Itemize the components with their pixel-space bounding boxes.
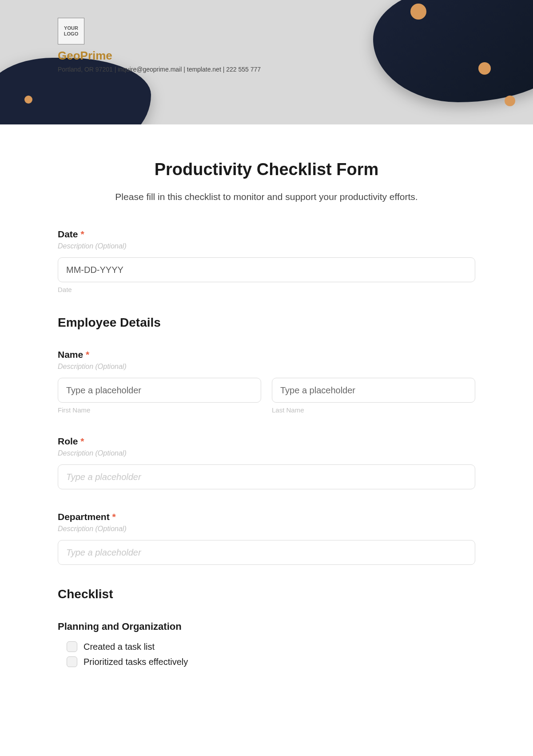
last-name-input[interactable] xyxy=(272,378,475,403)
field-sublabel: First Name xyxy=(58,406,261,414)
label-text: Name xyxy=(58,349,83,360)
field-role: Role * Description (Optional) xyxy=(58,436,475,489)
required-indicator: * xyxy=(112,512,116,522)
section-employee-details: Employee Details xyxy=(58,316,475,330)
header-banner: YOUR LOGO GeoPrime Portland, OR 97201 | … xyxy=(0,0,533,124)
field-sublabel: Date xyxy=(58,286,475,293)
company-name: GeoPrime xyxy=(58,49,112,63)
decorative-circle xyxy=(478,62,491,75)
section-checklist: Checklist xyxy=(58,587,475,601)
field-name: Name * Description (Optional) First Name… xyxy=(58,349,475,414)
role-input[interactable] xyxy=(58,464,475,489)
required-indicator: * xyxy=(80,436,84,446)
label-text: Date xyxy=(58,229,78,239)
field-description: Description (Optional) xyxy=(58,363,475,371)
field-description: Description (Optional) xyxy=(58,449,475,457)
decorative-blob xyxy=(373,0,533,102)
field-label: Role * xyxy=(58,436,475,447)
form-container: Productivity Checklist Form Please fill … xyxy=(0,124,533,689)
field-label: Name * xyxy=(58,349,475,360)
checkbox-label: Created a task list xyxy=(84,642,155,652)
field-department: Department * Description (Optional) xyxy=(58,512,475,565)
checklist-item: Prioritized tasks effectively xyxy=(58,656,475,667)
field-label: Department * xyxy=(58,512,475,522)
logo-placeholder: YOUR LOGO xyxy=(58,18,84,44)
checklist-item: Created a task list xyxy=(58,641,475,652)
checkbox[interactable] xyxy=(67,656,77,667)
company-info: Portland, OR 97201 | inquire@geoprime.ma… xyxy=(58,66,261,73)
form-subtitle: Please fill in this checklist to monitor… xyxy=(58,192,475,202)
label-text: Department xyxy=(58,512,110,522)
checkbox-label: Prioritized tasks effectively xyxy=(84,657,188,667)
form-title: Productivity Checklist Form xyxy=(58,160,475,179)
field-description: Description (Optional) xyxy=(58,242,475,250)
decorative-circle xyxy=(410,4,426,20)
field-date: Date * Description (Optional) Date xyxy=(58,229,475,293)
checkbox[interactable] xyxy=(67,641,77,652)
field-label: Date * xyxy=(58,229,475,240)
first-name-input[interactable] xyxy=(58,378,261,403)
field-description: Description (Optional) xyxy=(58,525,475,533)
required-indicator: * xyxy=(80,229,84,239)
decorative-circle xyxy=(505,96,515,106)
date-input[interactable] xyxy=(58,257,475,282)
department-input[interactable] xyxy=(58,540,475,565)
decorative-circle xyxy=(24,96,32,104)
label-text: Role xyxy=(58,436,78,446)
checklist-subsection-planning: Planning and Organization xyxy=(58,621,475,632)
field-sublabel: Last Name xyxy=(272,406,475,414)
required-indicator: * xyxy=(86,349,89,360)
